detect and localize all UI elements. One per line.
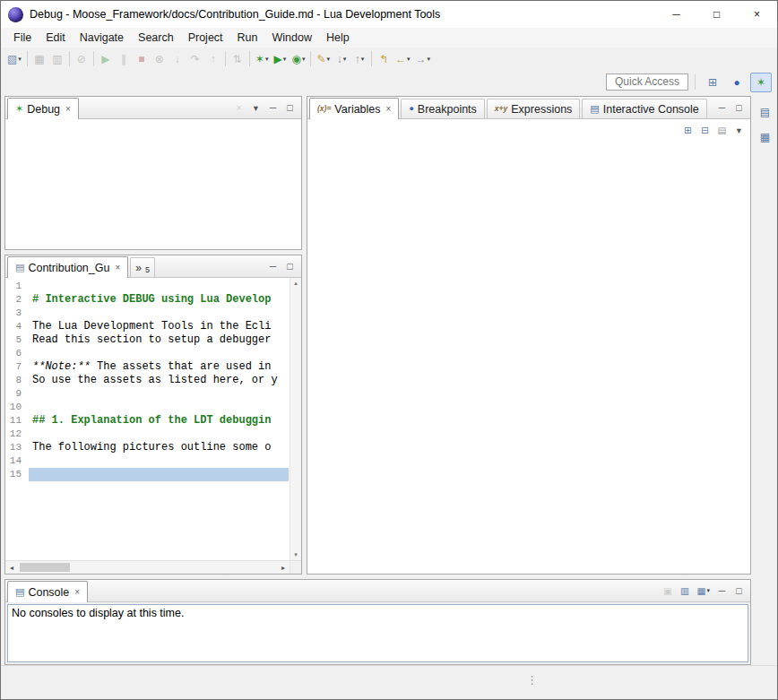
debug-perspective-icon[interactable]: ✶	[750, 73, 772, 92]
disconnect-icon: ⊗	[151, 50, 169, 68]
menu-edit[interactable]: Edit	[39, 30, 73, 46]
minimize-icon[interactable]: ─	[714, 583, 730, 599]
minimize-icon[interactable]: ─	[265, 259, 281, 274]
tab-breakpoints[interactable]: ● Breakpoints	[401, 99, 484, 118]
maximize-icon[interactable]: □	[282, 100, 298, 116]
code-line[interactable]: 4The Lua Development Tools in the Ecli	[5, 320, 290, 333]
content-column: ✶ Debug × ×▾─□ ▤ Contribution_	[1, 94, 753, 665]
console-content[interactable]: No consoles to display at this time.	[7, 604, 748, 662]
maximize-button[interactable]: □	[696, 1, 737, 28]
tab-expressions[interactable]: x+y Expressions	[487, 99, 581, 118]
editor-hscrollbar[interactable]: ◂ ▸	[5, 560, 301, 574]
close-icon[interactable]: ×	[65, 104, 71, 114]
minimized-debug-view-icon[interactable]: ▤	[756, 103, 774, 121]
expressions-icon: x+y	[495, 105, 507, 113]
menu-file[interactable]: File	[6, 30, 39, 46]
right-trim-bar: ▤▦	[753, 94, 777, 665]
code-area[interactable]: 12# Interactive DEBUG using Lua Develop3…	[5, 278, 290, 560]
code-line[interactable]: 9	[5, 387, 290, 401]
left-column: ✶ Debug × ×▾─□ ▤ Contribution_	[4, 96, 302, 575]
code-line[interactable]: 1	[5, 280, 290, 293]
scroll-left-icon[interactable]: ◂	[5, 561, 18, 574]
last-edit-location-icon[interactable]: ↰	[375, 50, 393, 68]
main-toolbar: ▧▾▦▥⊘▶∥■⊗↓↷↑⇅✶▾▶▾◉▾✎▾↓▾↑▾↰←▾→▾	[1, 48, 777, 70]
menu-run[interactable]: Run	[230, 30, 265, 46]
hscroll-track[interactable]	[18, 561, 277, 574]
window-controls: ─□×	[656, 1, 777, 28]
view-menu-icon[interactable]: ▾	[248, 100, 264, 116]
code-line[interactable]: 5Read this section to setup a debugger	[5, 333, 290, 347]
tab-editor-contribution-guide[interactable]: ▤ Contribution_Gu ×	[7, 256, 128, 278]
code-text: ## 1. Explanation of the LDT debuggin	[29, 414, 271, 428]
menu-navigate[interactable]: Navigate	[73, 30, 131, 46]
sash-grip-icon[interactable]: ⋮	[526, 673, 538, 687]
tab-interactive-console[interactable]: ▤ Interactive Console	[582, 99, 706, 118]
close-icon[interactable]: ×	[386, 104, 392, 114]
close-icon[interactable]: ×	[115, 263, 120, 272]
editor-overflow-tab[interactable]: » 5	[130, 257, 155, 277]
close-icon[interactable]: ×	[74, 587, 80, 597]
menu-search[interactable]: Search	[131, 30, 181, 46]
scroll-right-icon[interactable]: ▸	[277, 561, 290, 574]
minimize-icon[interactable]: ─	[265, 100, 281, 116]
toolbar-separator	[93, 51, 94, 66]
close-button[interactable]: ×	[737, 1, 777, 28]
hidden-editor-count: 5	[145, 265, 150, 274]
menu-project[interactable]: Project	[181, 30, 230, 46]
tab-label: Breakpoints	[418, 103, 477, 116]
code-text: # Interactive DEBUG using Lua Develop	[29, 293, 271, 307]
hscroll-thumb[interactable]	[20, 563, 70, 572]
new-wizard-icon[interactable]: ▧▾	[4, 50, 24, 68]
forward-icon[interactable]: →▾	[413, 50, 434, 68]
code-line[interactable]: 11## 1. Explanation of the LDT debuggin	[5, 414, 290, 428]
line-number: 8	[5, 374, 29, 387]
scroll-up-icon[interactable]: ▴	[294, 280, 298, 287]
display-selected-console-icon[interactable]: ▥	[678, 583, 693, 599]
code-line[interactable]: 10	[5, 401, 290, 414]
main-row: ✶ Debug × ×▾─□ ▤ Contribution_	[4, 96, 751, 575]
code-line[interactable]: 3	[5, 307, 290, 320]
lua-perspective-icon[interactable]: ●	[726, 73, 748, 92]
editor-vscrollbar[interactable]: ▴ ▾	[290, 278, 301, 560]
collapse-all-icon[interactable]: ▤	[714, 123, 730, 138]
menu-window[interactable]: Window	[265, 30, 319, 46]
minimize-icon[interactable]: ─	[714, 100, 730, 116]
code-line[interactable]: 2# Interactive DEBUG using Lua Develop	[5, 293, 290, 307]
debug-icon[interactable]: ✶▾	[253, 50, 272, 68]
code-text	[29, 347, 32, 360]
external-tools-icon[interactable]: ◉▾	[289, 50, 307, 68]
code-line[interactable]: 6	[5, 347, 290, 360]
open-console-icon[interactable]: ▦▾	[695, 583, 713, 599]
code-line[interactable]: 15	[5, 468, 290, 481]
run-icon[interactable]: ▶▾	[271, 50, 289, 68]
menu-help[interactable]: Help	[319, 30, 357, 46]
tab-label: Contribution_Gu	[28, 262, 109, 274]
tab-debug[interactable]: ✶ Debug ×	[7, 98, 79, 119]
tab-variables[interactable]: (x)= Variables ×	[309, 98, 399, 119]
next-annotation-icon[interactable]: ↓▾	[333, 50, 350, 68]
code-line[interactable]: 14	[5, 454, 290, 468]
quick-access-box[interactable]: Quick Access	[606, 73, 688, 91]
open-perspective-icon[interactable]: ⊞	[702, 73, 723, 92]
code-line[interactable]: 8So use the assets as listed here, or y	[5, 374, 290, 387]
back-icon[interactable]: ←▾	[393, 50, 413, 68]
step-return-icon: ↑	[204, 50, 222, 68]
app-icon	[8, 7, 23, 22]
maximize-icon[interactable]: □	[731, 100, 747, 116]
code-line[interactable]: 12	[5, 428, 290, 441]
tab-console[interactable]: ▤ Console ×	[7, 581, 88, 602]
maximize-icon[interactable]: □	[731, 583, 747, 599]
terminate-icon: ■	[133, 50, 151, 68]
maximize-icon[interactable]: □	[282, 259, 298, 274]
view-menu-icon[interactable]: ▾	[731, 123, 747, 138]
code-line[interactable]: 7**Note:** The assets that are used in	[5, 360, 290, 374]
previous-annotation-icon[interactable]: ↑▾	[350, 50, 368, 68]
remove-all-terminated-icon: ×	[231, 100, 246, 116]
show-logical-structure-icon[interactable]: ⊟	[697, 123, 713, 138]
scroll-down-icon[interactable]: ▾	[294, 551, 298, 558]
code-line[interactable]: 13The following pictures outline some o	[5, 441, 290, 454]
minimize-button[interactable]: ─	[656, 1, 696, 28]
show-type-names-icon[interactable]: ⊞	[680, 123, 696, 138]
open-task-icon[interactable]: ✎▾	[314, 50, 333, 68]
minimized-outline-view-icon[interactable]: ▦	[756, 128, 774, 146]
